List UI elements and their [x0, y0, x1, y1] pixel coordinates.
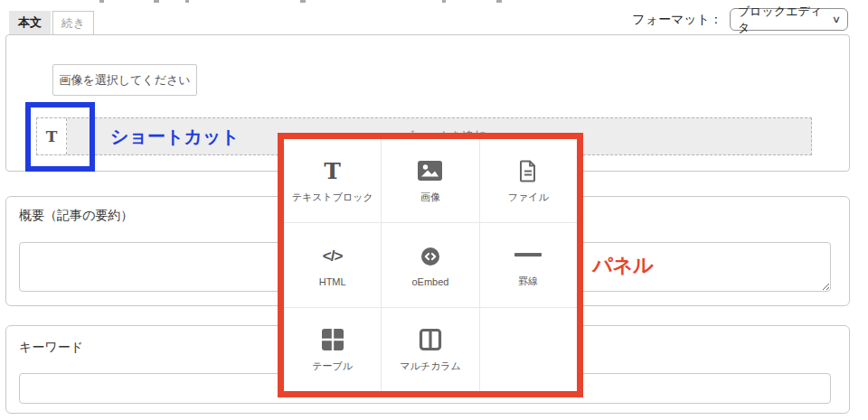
image-icon [418, 157, 442, 184]
panel-item-label: マルチカラム [400, 359, 461, 373]
panel-annotation-label: パネル [592, 252, 654, 279]
clipped-text-remnant [496, 0, 502, 3]
panel-item-table[interactable]: テーブル [284, 308, 381, 391]
panel-item-label: oEmbed [412, 276, 449, 287]
clipped-text-remnant [300, 0, 306, 3]
shortcut-annotation-label: ショートカット [110, 125, 240, 149]
panel-item-html[interactable]: </> HTML [284, 223, 381, 306]
panel-item-rule[interactable]: 罫線 [480, 223, 577, 306]
oembed-icon [420, 243, 441, 270]
tab-body[interactable]: 本文 [9, 11, 51, 34]
panel-item-label: 罫線 [518, 275, 538, 288]
panel-item-label: 画像 [420, 191, 440, 204]
clipped-text-remnant [154, 0, 159, 3]
block-editor-screen: 本文 続き フォーマット： ブロックエディタ ∨ 画像を選択してください T +… [0, 0, 868, 420]
text-block-shortcut-button[interactable]: T [37, 118, 67, 154]
panel-item-label: ファイル [508, 191, 549, 204]
file-icon [519, 157, 537, 184]
horizontal-rule-icon [514, 241, 542, 268]
panel-item-label: テーブル [312, 359, 353, 373]
panel-item-oembed[interactable]: oEmbed [382, 223, 478, 306]
panel-item-multi-column[interactable]: マルチカラム [382, 308, 478, 391]
table-icon [321, 326, 344, 353]
panel-item-file[interactable]: ファイル [480, 139, 577, 222]
clipped-text-remnant [185, 0, 189, 3]
text-block-icon: T [324, 160, 341, 182]
panel-item-text-block[interactable]: T テキストブロック [284, 139, 381, 222]
keywords-label: キーワード [19, 340, 83, 356]
clipped-text-remnant [99, 0, 104, 3]
tab-extended[interactable]: 続き [52, 11, 94, 34]
format-label: フォーマット： [632, 12, 722, 28]
format-control: フォーマット： ブロックエディタ ∨ [632, 8, 848, 31]
panel-item-image[interactable]: 画像 [382, 139, 478, 222]
columns-icon [419, 326, 442, 353]
code-icon: </> [323, 247, 343, 266]
format-dropdown-value: ブロックエディタ [738, 4, 833, 36]
block-picker-panel: T テキストブロック 画像 ファイル </> HTML [278, 133, 583, 397]
excerpt-label: 概要（記事の要約） [19, 208, 133, 224]
format-dropdown[interactable]: ブロックエディタ ∨ [730, 8, 848, 31]
select-image-button[interactable]: 画像を選択してください [52, 64, 197, 96]
panel-item-label: HTML [319, 276, 346, 287]
chevron-down-icon: ∨ [832, 14, 841, 25]
clipped-text-remnant [442, 0, 446, 3]
panel-item-label: テキストブロック [292, 191, 373, 204]
panel-cell-empty [480, 308, 577, 391]
block-picker-grid: T テキストブロック 画像 ファイル </> HTML [284, 139, 577, 391]
